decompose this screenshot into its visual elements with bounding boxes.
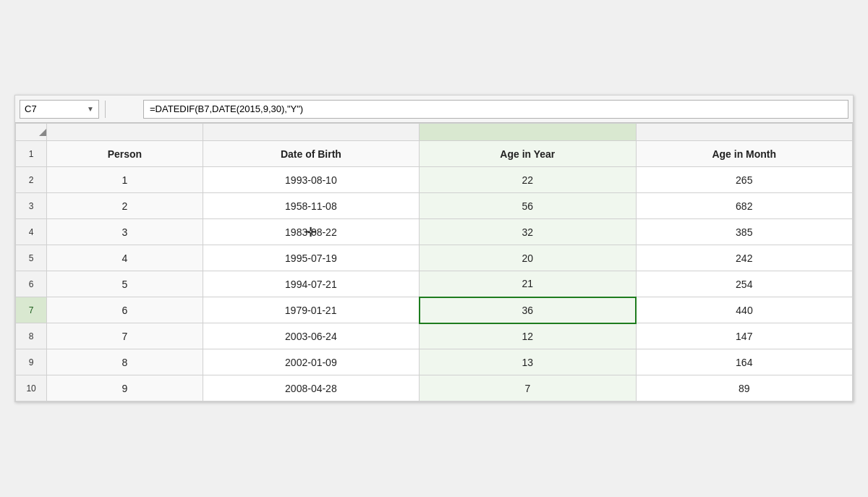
- cell-c9[interactable]: 13: [420, 349, 636, 375]
- cell-d4[interactable]: 385: [636, 219, 852, 245]
- col-header-b[interactable]: [203, 124, 419, 141]
- row-number-5: 5: [16, 245, 47, 271]
- row-number-3: 3: [16, 193, 47, 219]
- formula-bar-divider: [105, 101, 106, 118]
- cell-a2[interactable]: 1: [47, 167, 203, 193]
- col-header-d[interactable]: [636, 124, 852, 141]
- cell-b9[interactable]: 2002-01-09: [203, 349, 419, 375]
- cell-d3[interactable]: 682: [636, 193, 852, 219]
- cell-b1[interactable]: Date of Birth: [203, 141, 419, 167]
- table-row: 982002-01-0913164: [16, 349, 853, 375]
- formula-action-buttons: [111, 108, 129, 111]
- col-header-c[interactable]: [420, 124, 636, 141]
- row-number-1: 1: [16, 141, 47, 167]
- col-header-a[interactable]: [47, 124, 203, 141]
- cell-a5[interactable]: 4: [47, 245, 203, 271]
- confirm-formula-button[interactable]: [123, 108, 129, 111]
- cell-c6[interactable]: 21: [420, 271, 636, 297]
- table-row: 541995-07-1920242: [16, 245, 853, 271]
- table-row: 211993-08-1022265: [16, 167, 853, 193]
- cell-d5[interactable]: 242: [636, 245, 852, 271]
- corner-cell: [16, 124, 47, 141]
- cell-c3[interactable]: 56: [420, 193, 636, 219]
- cell-c10[interactable]: 7: [420, 375, 636, 402]
- dropdown-arrow-icon[interactable]: ▼: [87, 105, 94, 113]
- move-cursor-icon: ✛: [305, 224, 316, 240]
- cell-c8[interactable]: 12: [420, 323, 636, 349]
- spreadsheet: C7 ▼: [14, 95, 854, 402]
- cell-c1[interactable]: Age in Year: [420, 141, 636, 167]
- table-body: 1PersonDate of BirthAge in YearAge in Mo…: [16, 141, 853, 402]
- cell-ref-text: C7: [25, 103, 82, 114]
- cell-d9[interactable]: 164: [636, 349, 852, 375]
- cell-c7[interactable]: 36: [420, 297, 636, 323]
- cell-reference-box[interactable]: C7 ▼: [20, 100, 99, 119]
- cell-c4[interactable]: 32: [420, 219, 636, 245]
- cell-c2[interactable]: 22: [420, 167, 636, 193]
- formula-bar: C7 ▼: [15, 95, 853, 123]
- spreadsheet-table: 1PersonDate of BirthAge in YearAge in Mo…: [15, 123, 853, 402]
- table-row: 761979-01-2136440: [16, 297, 853, 323]
- row-number-7: 7: [16, 297, 47, 323]
- cell-a4[interactable]: 3: [47, 219, 203, 245]
- cell-b6[interactable]: 1994-07-21: [203, 271, 419, 297]
- cell-b5[interactable]: 1995-07-19: [203, 245, 419, 271]
- cell-b8[interactable]: 2003-06-24: [203, 323, 419, 349]
- table-row: 651994-07-2121254: [16, 271, 853, 297]
- row-number-4: 4: [16, 219, 47, 245]
- cell-b2[interactable]: 1993-08-10: [203, 167, 419, 193]
- formula-input[interactable]: [143, 100, 848, 119]
- cell-a10[interactable]: 9: [47, 375, 203, 402]
- row-number-2: 2: [16, 167, 47, 193]
- table-row: 872003-06-2412147: [16, 323, 853, 349]
- table-row: 1PersonDate of BirthAge in YearAge in Mo…: [16, 141, 853, 167]
- cell-c5[interactable]: 20: [420, 245, 636, 271]
- cell-d10[interactable]: 89: [636, 375, 852, 402]
- cell-a6[interactable]: 5: [47, 271, 203, 297]
- column-header-row: [16, 124, 853, 141]
- table-row: 431983-08-22✛32385: [16, 219, 853, 245]
- cell-a9[interactable]: 8: [47, 349, 203, 375]
- grid-wrapper: 1PersonDate of BirthAge in YearAge in Mo…: [15, 123, 853, 402]
- cell-b4[interactable]: 1983-08-22✛: [203, 219, 419, 245]
- cell-a1[interactable]: Person: [47, 141, 203, 167]
- cell-d6[interactable]: 254: [636, 271, 852, 297]
- row-number-10: 10: [16, 375, 47, 402]
- row-number-8: 8: [16, 323, 47, 349]
- cell-d8[interactable]: 147: [636, 323, 852, 349]
- cell-b3[interactable]: 1958-11-08: [203, 193, 419, 219]
- cell-a8[interactable]: 7: [47, 323, 203, 349]
- cell-d1[interactable]: Age in Month: [636, 141, 852, 167]
- cell-d2[interactable]: 265: [636, 167, 852, 193]
- cell-a3[interactable]: 2: [47, 193, 203, 219]
- table-row: 321958-11-0856682: [16, 193, 853, 219]
- row-number-9: 9: [16, 349, 47, 375]
- row-number-6: 6: [16, 271, 47, 297]
- cell-a7[interactable]: 6: [47, 297, 203, 323]
- cell-b7[interactable]: 1979-01-21: [203, 297, 419, 323]
- cancel-formula-button[interactable]: [111, 108, 117, 111]
- table-row: 1092008-04-28789: [16, 375, 853, 402]
- cell-b10[interactable]: 2008-04-28: [203, 375, 419, 402]
- cell-d7[interactable]: 440: [636, 297, 852, 323]
